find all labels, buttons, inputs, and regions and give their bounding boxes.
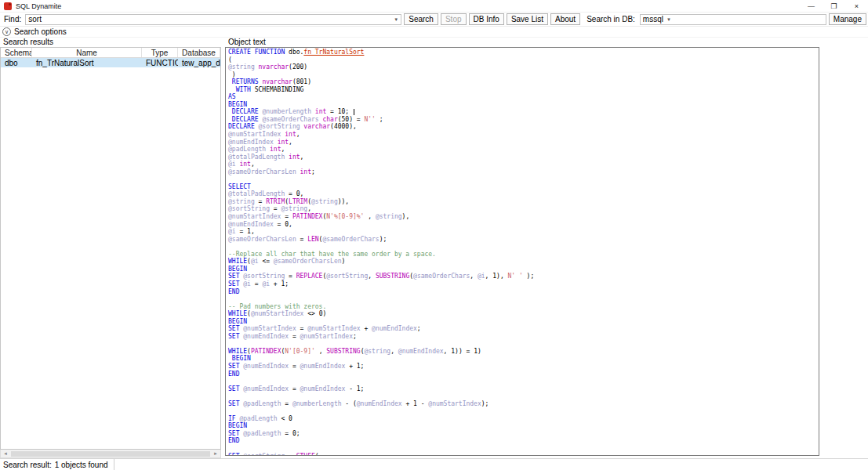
code-line: -- Pad numbers with zeros. bbox=[228, 303, 819, 311]
chevron-down-icon[interactable]: ▼ bbox=[666, 17, 671, 22]
search-options-label: Search options bbox=[14, 27, 67, 36]
column-header-type[interactable]: Type bbox=[142, 48, 178, 57]
chevron-down-icon: ∨ bbox=[5, 29, 9, 34]
find-toolbar: Find: ▼ Search Stop DB Info Save List Ab… bbox=[0, 13, 868, 27]
code-line: @i = 1, bbox=[228, 228, 819, 236]
title-bar: SQL Dynamite — ❐ × bbox=[0, 0, 868, 13]
code-line: @totalPadLength int, bbox=[228, 154, 819, 161]
code-line bbox=[228, 392, 819, 400]
maximize-button[interactable]: ❐ bbox=[823, 0, 845, 13]
code-line: BEGIN bbox=[228, 355, 819, 363]
results-panel: Search results Schema Name Type Database… bbox=[0, 38, 221, 458]
code-line bbox=[228, 295, 819, 303]
text-caret bbox=[354, 109, 354, 115]
cell-name: fn_TrNaturalSort bbox=[32, 59, 142, 67]
code-line: @totalPadLength = 0, bbox=[228, 190, 819, 198]
code-line: DECLARE @sameOrderChars char(50) = N'' ; bbox=[228, 116, 819, 124]
code-line: WHILE(@i <= @sameOrderCharsLen) bbox=[228, 258, 819, 266]
code-line: DECLARE @numberLength int = 10; bbox=[228, 108, 819, 116]
manage-button[interactable]: Manage bbox=[829, 13, 866, 25]
code-line bbox=[228, 445, 819, 453]
status-bar: Search result: 1 objects found bbox=[0, 458, 868, 470]
code-line: ( bbox=[228, 56, 819, 64]
scroll-right-icon[interactable]: ► bbox=[211, 451, 220, 456]
cell-type: FUNCTION bbox=[142, 59, 178, 67]
chevron-down-icon[interactable]: ▼ bbox=[394, 17, 398, 22]
database-combobox[interactable]: mssql ▼ bbox=[640, 14, 826, 25]
code-line: SET @numEndIndex = @numStartIndex; bbox=[228, 333, 819, 341]
scrollbar-thumb[interactable] bbox=[11, 451, 210, 457]
main-area: Search results Schema Name Type Database… bbox=[0, 38, 868, 458]
object-text-label: Object text bbox=[225, 38, 819, 47]
column-header-schema[interactable]: Schema bbox=[1, 48, 32, 57]
find-input[interactable] bbox=[28, 15, 390, 24]
minimize-button[interactable]: — bbox=[800, 0, 823, 13]
find-combobox[interactable]: ▼ bbox=[25, 14, 401, 25]
code-line: @i int, bbox=[228, 161, 819, 168]
close-button[interactable]: × bbox=[845, 0, 868, 13]
code-line: WHILE(PATINDEX(N'[0-9]' , SUBSTRING(@str… bbox=[228, 348, 819, 356]
status-panel: Search result: 1 objects found bbox=[3, 459, 114, 470]
code-line bbox=[228, 407, 819, 415]
code-line: SET @sortString = REPLACE(@sortString, S… bbox=[228, 273, 819, 280]
result-row[interactable]: dbofn_TrNaturalSortFUNCTIONtew_app_dat bbox=[1, 58, 220, 67]
results-rows: dbofn_TrNaturalSortFUNCTIONtew_app_dat bbox=[1, 58, 220, 449]
code-line: SET @numEndIndex = @numEndIndex + 1; bbox=[228, 363, 819, 371]
code-line: CREATE FUNCTION dbo.fn_TrNaturalSort bbox=[228, 49, 819, 56]
code-line: SET @padLength = @numberLength - (@numEn… bbox=[228, 400, 819, 408]
code-line: @string = RTRIM(LTRIM(@string)), bbox=[228, 198, 819, 206]
code-line: SET @i = @i + 1; bbox=[228, 280, 819, 288]
code-line: @numStartIndex int, bbox=[228, 131, 819, 139]
database-value: mssql bbox=[643, 15, 663, 24]
code-line: RETURNS nvarchar(801) bbox=[228, 78, 819, 86]
search-options-bar: ∨ Search options bbox=[0, 27, 868, 38]
cell-database: tew_app_dat bbox=[178, 59, 220, 67]
code-line bbox=[228, 243, 819, 251]
code-line: SELECT bbox=[228, 183, 819, 191]
code-line: @sameOrderCharsLen = LEN(@sameOrderChars… bbox=[228, 236, 819, 244]
code-line: SET @padLength = 0; bbox=[228, 430, 819, 438]
code-line: @numStartIndex = PATINDEX(N'%[0-9]%' , @… bbox=[228, 213, 819, 221]
code-line: @numEndIndex int, bbox=[228, 139, 819, 146]
code-line: BEGIN bbox=[228, 266, 819, 273]
find-label: Find: bbox=[4, 15, 21, 24]
app-icon bbox=[4, 2, 12, 10]
code-line: AS bbox=[228, 93, 819, 101]
code-line: @string nvarchar(200) bbox=[228, 63, 819, 71]
search-in-db-label: Search in DB: bbox=[587, 15, 635, 24]
scroll-left-icon[interactable]: ◄ bbox=[1, 451, 10, 456]
search-options-expander[interactable]: ∨ bbox=[2, 27, 11, 36]
code-line: @sortString = @string, bbox=[228, 205, 819, 213]
column-header-database[interactable]: Database bbox=[178, 48, 220, 57]
object-text-code[interactable]: CREATE FUNCTION dbo.fn_TrNaturalSort(@st… bbox=[225, 47, 819, 456]
search-results-label: Search results bbox=[0, 38, 221, 47]
save-list-button[interactable]: Save List bbox=[507, 13, 548, 25]
status-value: 1 objects found bbox=[55, 461, 108, 469]
search-button[interactable]: Search bbox=[404, 13, 438, 25]
code-line: BEGIN bbox=[228, 101, 819, 109]
code-line: END bbox=[228, 371, 819, 378]
horizontal-scrollbar[interactable]: ◄ ► bbox=[0, 450, 221, 458]
about-button[interactable]: About bbox=[550, 13, 580, 25]
code-line: @sameOrderCharsLen int; bbox=[228, 168, 819, 176]
code-line: SET @sortString = STUFF( bbox=[228, 453, 819, 456]
code-line: --Replace all char that have the same or… bbox=[228, 251, 819, 258]
stop-button[interactable]: Stop bbox=[441, 13, 467, 25]
code-line: SET @numStartIndex = @numStartIndex + @n… bbox=[228, 325, 819, 333]
code-line bbox=[228, 340, 819, 348]
code-line: SET @numEndIndex = @numEndIndex - 1; bbox=[228, 385, 819, 393]
db-info-button[interactable]: DB Info bbox=[469, 13, 504, 25]
code-line: BEGIN bbox=[228, 422, 819, 430]
code-line: ) bbox=[228, 71, 819, 79]
results-grid-header: Schema Name Type Database bbox=[1, 48, 220, 58]
column-header-name[interactable]: Name bbox=[32, 48, 142, 57]
code-line: IF @padLength < 0 bbox=[228, 415, 819, 423]
code-line: DECLARE @sortString varchar(4000), bbox=[228, 123, 819, 131]
window-title: SQL Dynamite bbox=[16, 2, 61, 10]
code-line: @padLength int, bbox=[228, 146, 819, 154]
status-label: Search result: bbox=[3, 461, 52, 469]
code-line: BEGIN bbox=[228, 318, 819, 326]
object-text-panel: Object text CREATE FUNCTION dbo.fn_TrNat… bbox=[221, 38, 819, 458]
code-line bbox=[228, 175, 819, 183]
code-line: WHILE(@numStartIndex <> 0) bbox=[228, 310, 819, 318]
